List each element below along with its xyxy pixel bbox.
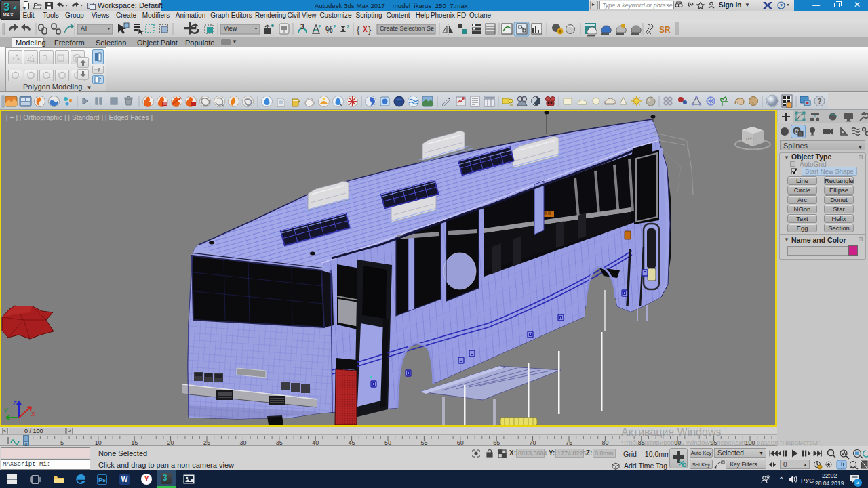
svg-text:?: ? bbox=[817, 98, 821, 105]
svg-text:45: 45 bbox=[349, 439, 355, 446]
svg-text:{: { bbox=[357, 24, 360, 35]
svg-text:}: } bbox=[368, 24, 372, 35]
svg-text:3: 3 bbox=[300, 23, 304, 30]
svg-text:View: View bbox=[224, 25, 237, 32]
svg-text:25: 25 bbox=[203, 439, 210, 446]
svg-text:30: 30 bbox=[239, 439, 246, 446]
svg-text:55: 55 bbox=[420, 439, 427, 446]
svg-text:?: ? bbox=[780, 3, 783, 9]
svg-text:5: 5 bbox=[60, 439, 64, 446]
svg-text:75: 75 bbox=[566, 439, 572, 446]
svg-text:35: 35 bbox=[276, 439, 283, 446]
svg-text:2: 2 bbox=[318, 24, 321, 30]
svg-text:60: 60 bbox=[457, 439, 464, 446]
svg-text:40: 40 bbox=[312, 439, 319, 446]
svg-text:z: z bbox=[12, 399, 17, 407]
svg-text:2: 2 bbox=[333, 24, 336, 30]
svg-text:x: x bbox=[31, 409, 35, 418]
svg-text:y: y bbox=[4, 405, 9, 413]
svg-text:2: 2 bbox=[347, 24, 350, 30]
svg-text:70: 70 bbox=[530, 439, 536, 446]
svg-text:Create Selection Se: Create Selection Se bbox=[380, 25, 434, 32]
svg-text:65: 65 bbox=[493, 439, 500, 446]
svg-text:10: 10 bbox=[95, 439, 102, 446]
svg-text:SR: SR bbox=[659, 25, 671, 35]
svg-text:50: 50 bbox=[384, 439, 391, 446]
svg-text:80: 80 bbox=[601, 439, 608, 446]
svg-text:All: All bbox=[81, 25, 87, 32]
svg-text:15: 15 bbox=[131, 439, 138, 446]
svg-text:20: 20 bbox=[167, 439, 174, 446]
svg-text:%: % bbox=[326, 25, 333, 35]
svg-text:LEFT: LEFT bbox=[746, 136, 755, 141]
